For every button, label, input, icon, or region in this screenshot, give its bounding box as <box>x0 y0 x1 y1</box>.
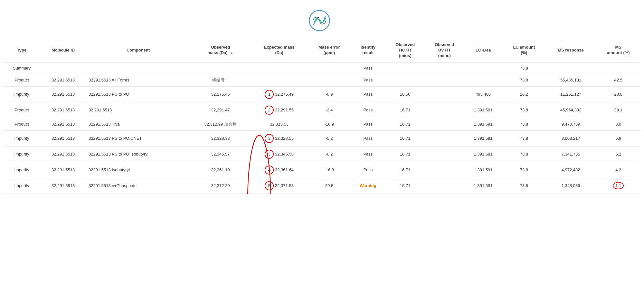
pass-badge: Pass <box>363 78 373 82</box>
cell-type: Product <box>3 74 40 86</box>
cell-ms-response: 11,251,127 <box>546 86 596 102</box>
table-row: Impurity 32,291.5513 32291.5513 PS to PO… <box>3 146 641 162</box>
circled-ms-amount: 1.1 <box>613 182 624 189</box>
cell-ms-response: 7,341,735 <box>546 146 596 162</box>
cell-mass-error: -16.9 <box>308 118 351 130</box>
summary-mass-error <box>308 62 351 74</box>
cell-observed-mass: 32,291.47 <box>190 102 251 118</box>
app-container: Type Molecule ID Component Observedmass … <box>0 0 644 194</box>
cell-molecule-id: 32,291.5513 <box>40 118 86 130</box>
cell-component: 32291.5513 PS to PO,Isobutyryl <box>86 146 190 162</box>
cell-expected-mass: 32,313.53 <box>251 118 308 130</box>
cell-identity-result: Pass <box>351 118 385 130</box>
cell-expected-mass: 3 32,328.55 <box>251 130 308 146</box>
cell-lc-area: 1,391,591 <box>464 118 502 130</box>
pass-badge: Pass <box>363 92 373 97</box>
summary-uv-rt <box>425 62 464 74</box>
cell-identity-result: Pass <box>351 86 385 102</box>
cell-uv-rt <box>425 146 464 162</box>
peak-number-circle: 4 <box>265 166 274 175</box>
pass-badge: Pass <box>363 122 373 127</box>
cell-mass-error: -0.9 <box>308 86 351 102</box>
col-expected-mass: Expected mass(Da) <box>251 39 308 62</box>
cell-mass-error: -5.2 <box>308 130 351 146</box>
cell-tic-rt: 16.71 <box>385 102 425 118</box>
col-identity-result: Identityresult <box>351 39 385 62</box>
cell-observed-mass: 32,345.57 <box>190 146 251 162</box>
main-table-wrapper: Type Molecule ID Component Observedmass … <box>0 39 644 194</box>
cell-lc-area: 1,391,591 <box>464 146 502 162</box>
cell-observed-mass: 32,275.46 <box>190 86 251 102</box>
cell-ms-response: 45,964,392 <box>546 102 596 118</box>
warning-badge: Warning <box>360 183 376 188</box>
cell-component: 32291.5513 Isobutyryl <box>86 162 190 178</box>
adduct-label: 加合物 <box>224 122 237 127</box>
cell-identity-result: Pass <box>351 130 385 146</box>
cell-type: Product <box>3 118 40 130</box>
cell-mass-error: -2.4 <box>308 102 351 118</box>
cell-expected-mass <box>251 74 308 86</box>
cell-identity-result: Pass <box>351 102 385 118</box>
col-mass-error: Mass error(ppm) <box>308 39 351 62</box>
pass-badge: Pass <box>363 152 373 156</box>
cell-tic-rt: 16.71 <box>385 178 425 194</box>
cell-tic-rt: 16.71 <box>385 162 425 178</box>
summary-molecule-id <box>40 62 86 74</box>
table-row: Impurity 32,291.5513 32291.5513 PS to PO… <box>3 86 641 102</box>
cell-tic-rt: 16.71 <box>385 130 425 146</box>
cell-mass-error <box>308 74 351 86</box>
cell-observed-mass: 32,328.38 <box>190 130 251 146</box>
cell-type: Impurity <box>3 86 40 102</box>
summary-type: Summary <box>3 62 40 74</box>
cell-uv-rt <box>425 118 464 130</box>
cell-component: 32291.5513 PS to PO,CNET <box>86 130 190 146</box>
cell-tic-rt: 16.71 <box>385 146 425 162</box>
cell-ms-response: 4,972,482 <box>546 162 596 178</box>
cell-mass-error: -16.8 <box>308 162 351 178</box>
summary-observed-mass <box>190 62 251 74</box>
col-lc-area: LC area <box>464 39 502 62</box>
cell-molecule-id: 32,291.5513 <box>40 146 86 162</box>
cell-ms-response: 9,470,739 <box>546 118 596 130</box>
table-row: Impurity 32,291.5513 32291.5513 n+Phosph… <box>3 178 641 194</box>
cell-mass-error: 20.8 <box>308 178 351 194</box>
pass-badge: Pass <box>363 136 373 141</box>
cell-molecule-id: 32,291.5513 <box>40 162 86 178</box>
table-container: Type Molecule ID Component Observedmass … <box>3 39 641 194</box>
col-observed-mass[interactable]: Observedmass (Da) ▲ <box>190 39 251 62</box>
cell-molecule-id: 32,291.5513 <box>40 86 86 102</box>
peak-label: 峰编号： <box>212 78 229 82</box>
cell-lc-amount: 73.8 <box>502 130 546 146</box>
summary-expected-mass <box>251 62 308 74</box>
cell-expected-mass: 5 32,371.53 <box>251 178 308 194</box>
cell-lc-amount: 73.8 <box>502 74 546 86</box>
cell-type: Impurity <box>3 146 40 162</box>
cell-uv-rt <box>425 162 464 178</box>
summary-tic-rt <box>385 62 425 74</box>
summary-row: Summary Pass 73.8 <box>3 62 641 74</box>
cell-ms-amount: 42.5 <box>596 74 641 86</box>
pass-badge: Pass <box>363 167 373 172</box>
table-row: Product 32,291.5513 32291.5513 All Forms… <box>3 74 641 86</box>
cell-uv-rt <box>425 102 464 118</box>
data-table: Type Molecule ID Component Observedmass … <box>3 39 641 194</box>
cell-ms-amount: 6.2 <box>596 146 641 162</box>
cell-lc-amount: 26.2 <box>502 86 546 102</box>
cell-identity-result: Pass <box>351 146 385 162</box>
cell-lc-amount: 73.8 <box>502 118 546 130</box>
col-lc-amount: LC amount(%) <box>502 39 546 62</box>
col-component: Component <box>86 39 190 62</box>
col-ms-response: MS response <box>546 39 596 62</box>
cell-ms-amount: 28.8 <box>596 86 641 102</box>
peak-number-circle: 3 <box>265 134 274 143</box>
summary-component <box>86 62 190 74</box>
peak-number-circle: 5 <box>265 181 274 190</box>
cell-observed-mass: 32,372.20 <box>190 178 251 194</box>
cell-lc-area: 1,391,591 <box>464 102 502 118</box>
cell-component: 32291.5513 n+Phosphate <box>86 178 190 194</box>
cell-molecule-id: 32,291.5513 <box>40 74 86 86</box>
col-ms-amount: MSamount (%) <box>596 39 641 62</box>
table-row: Impurity 32,291.5513 32291.5513 Isobutyr… <box>3 162 641 178</box>
cell-lc-area: 1,391,591 <box>464 130 502 146</box>
cell-ms-response: 55,435,131 <box>546 74 596 86</box>
